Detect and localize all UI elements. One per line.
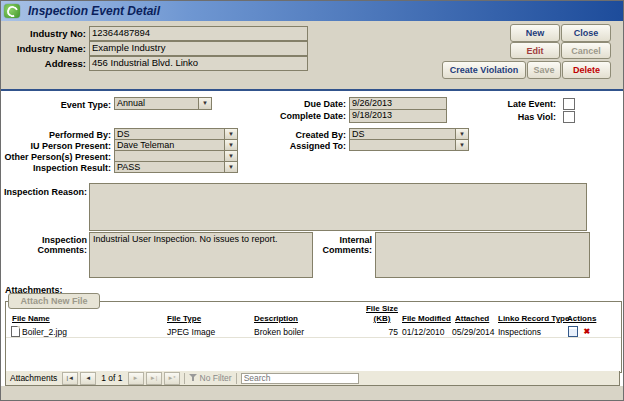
performed-by-value: DS — [115, 129, 224, 139]
view-attachment-icon[interactable] — [568, 326, 578, 337]
title-bar: Inspection Event Detail — [1, 1, 623, 21]
first-record-button[interactable]: |◄ — [62, 372, 78, 385]
late-event-checkbox[interactable] — [563, 98, 575, 110]
chevron-down-icon[interactable]: ▼ — [224, 129, 237, 139]
assigned-to-value — [350, 140, 455, 150]
cell-file-name: Boiler_2.jpg — [22, 327, 67, 337]
edit-button[interactable]: Edit — [510, 42, 560, 59]
inspection-result-select[interactable]: PASS ▼ — [114, 161, 238, 173]
attachments-record-navigator: Attachments |◄ ◄ 1 of 1 ► ►| ►* No Filte… — [5, 371, 620, 386]
col-header-actions: Actions — [567, 314, 596, 323]
inspection-event-detail-window: Inspection Event Detail Industry No: 123… — [0, 0, 624, 401]
cell-file-modified: 01/12/2010 — [402, 327, 445, 337]
navigator-label: Attachments — [10, 373, 57, 383]
created-by-value: DS — [350, 129, 455, 139]
chevron-down-icon[interactable]: ▼ — [455, 140, 468, 150]
filter-icon[interactable] — [189, 374, 198, 382]
has-viol-label: Has Viol: — [471, 112, 556, 122]
created-by-label: Created By: — [241, 130, 346, 140]
attachments-table: File Name File Type Description File Siz… — [5, 301, 622, 373]
col-header-linko-record-type: Linko Record Type — [498, 314, 569, 323]
event-type-select[interactable]: Annual ▼ — [114, 97, 212, 110]
cell-file-type: JPEG Image — [167, 327, 215, 337]
close-button[interactable]: Close — [561, 24, 611, 42]
inspection-result-label: Inspection Result: — [3, 163, 111, 173]
col-header-attached: Attached — [455, 314, 489, 323]
chevron-down-icon[interactable]: ▼ — [198, 98, 211, 109]
new-button[interactable]: New — [510, 24, 560, 42]
col-header-file-modified: File Modified — [402, 314, 451, 323]
col-header-file-size-line1: File Size — [364, 304, 400, 313]
chevron-down-icon[interactable]: ▼ — [224, 162, 237, 172]
has-viol-checkbox[interactable] — [563, 111, 575, 123]
cell-file-size: 75 — [364, 327, 398, 337]
industry-name-field[interactable]: Example Industry — [89, 41, 308, 56]
inspection-result-value: PASS — [115, 162, 224, 172]
delete-button[interactable]: Delete — [562, 61, 611, 79]
chevron-down-icon[interactable]: ▼ — [224, 140, 237, 150]
create-violation-button[interactable]: Create Violation — [442, 61, 526, 79]
attach-new-file-button[interactable]: Attach New File — [8, 293, 100, 309]
iu-person-present-value: Dave Teleman — [115, 140, 224, 150]
divider — [236, 373, 237, 384]
event-type-label: Event Type: — [3, 100, 111, 110]
cell-attached: 05/29/2014 — [452, 327, 495, 337]
chevron-down-icon[interactable]: ▼ — [224, 151, 237, 161]
iu-person-present-label: IU Person Present: — [3, 141, 111, 151]
cell-actions: ✖ — [568, 326, 590, 337]
chevron-down-icon[interactable]: ▼ — [455, 129, 468, 139]
col-header-file-size-line2: (KB) — [364, 314, 400, 323]
search-input[interactable] — [241, 373, 359, 384]
performed-by-label: Performed By: — [3, 130, 111, 140]
assigned-to-select[interactable]: ▼ — [349, 139, 469, 151]
cell-linko-record-type: Inspections — [498, 327, 541, 337]
save-button[interactable]: Save — [527, 61, 561, 79]
industry-no-label: Industry No: — [3, 28, 86, 39]
inspection-reason-label: Inspection Reason: — [3, 187, 87, 197]
col-header-description: Description — [254, 314, 298, 323]
address-label: Address: — [3, 58, 86, 69]
due-date-label: Due Date: — [241, 99, 346, 109]
inspection-reason-textarea[interactable] — [89, 183, 587, 231]
complete-date-field[interactable]: 9/18/2013 — [349, 109, 447, 123]
previous-record-button[interactable]: ◄ — [80, 372, 96, 385]
industry-no-field[interactable]: 12364487894 — [89, 26, 308, 41]
internal-comments-label: Internal Comments: — [288, 235, 372, 255]
internal-comments-textarea[interactable] — [375, 232, 590, 278]
col-header-file-name: File Name — [12, 314, 50, 323]
file-icon — [11, 326, 20, 337]
app-logo-icon — [4, 4, 20, 18]
other-person-present-label: Other Person(s) Present: — [3, 152, 111, 162]
new-record-button[interactable]: ►* — [164, 372, 180, 385]
row-separator — [6, 337, 621, 338]
last-record-button[interactable]: ►| — [146, 372, 162, 385]
address-field[interactable]: 456 Industrial Blvd. Linko — [89, 56, 308, 71]
inspection-comments-textarea[interactable]: Industrial User Inspection. No issues to… — [89, 232, 313, 278]
filter-status[interactable]: No Filter — [200, 373, 232, 383]
record-position: 1 of 1 — [98, 373, 125, 383]
cancel-button[interactable]: Cancel — [561, 42, 611, 59]
complete-date-label: Complete Date: — [241, 111, 346, 121]
event-type-value: Annual — [115, 98, 198, 109]
delete-attachment-icon[interactable]: ✖ — [583, 327, 590, 336]
bottom-strip — [1, 386, 623, 401]
divider — [184, 373, 185, 384]
col-header-file-type: File Type — [167, 314, 201, 323]
industry-name-label: Industry Name: — [3, 43, 86, 54]
late-event-label: Late Event: — [471, 99, 556, 109]
inspection-comments-label: Inspection Comments: — [3, 235, 87, 255]
other-person-present-value — [115, 151, 224, 161]
assigned-to-label: Assigned To: — [241, 141, 346, 151]
cell-description: Broken boiler — [254, 327, 304, 337]
window-title: Inspection Event Detail — [28, 4, 160, 18]
next-record-button[interactable]: ► — [128, 372, 144, 385]
